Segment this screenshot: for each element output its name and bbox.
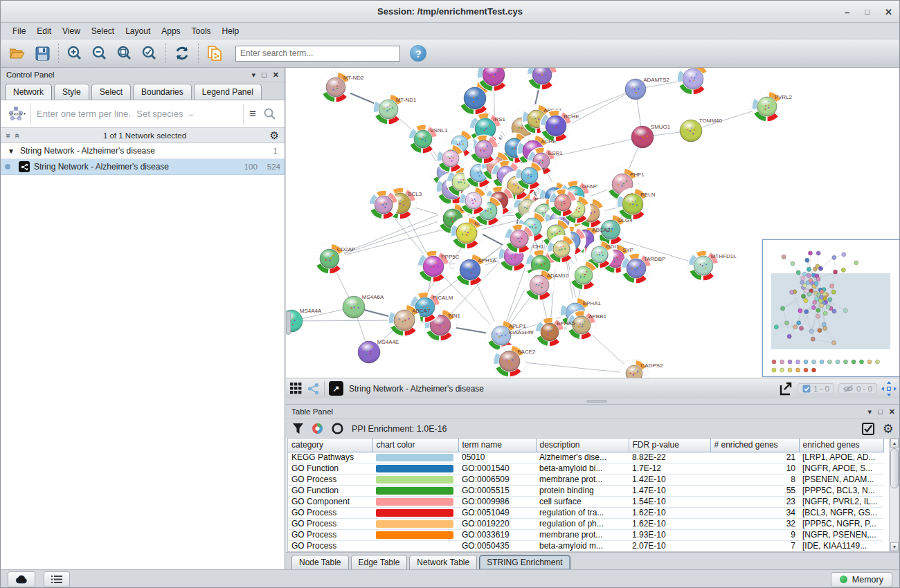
scroll-down-arrow[interactable]: ▼ [890,542,899,551]
node-ppp5c[interactable]: PPP5C [417,250,460,283]
tab-network[interactable]: Network [5,84,52,100]
node[interactable] [437,145,465,173]
node-tardbp[interactable]: TARDBP [621,253,666,284]
grid-mode-icon[interactable] [290,383,302,394]
clone-network-button[interactable] [202,42,227,65]
enrichment-settings-gear-icon[interactable]: ⚙ [883,421,894,436]
node-mt-nd1[interactable]: MT-ND1 [373,94,417,125]
apply-layout-button[interactable] [170,42,195,65]
column-header[interactable]: # enriched genes [710,439,799,452]
node-adamts2[interactable]: ADAMTS2 [625,77,670,100]
filter-icon[interactable] [293,423,303,434]
cloud-tasks-button[interactable] [8,571,35,587]
zoom-selected-button[interactable] [137,42,162,65]
string-options-icon[interactable]: ≡ [249,107,256,121]
tab-select[interactable]: Select [91,84,131,100]
node-cd2ap[interactable]: CD2AP [314,244,356,275]
help-button[interactable]: ? [410,45,426,62]
node[interactable] [469,135,499,165]
scroll-up-arrow[interactable]: ▲ [890,439,899,448]
zoom-fit-button[interactable] [112,42,137,65]
string-protein-query-selector[interactable]: STRING [3,103,31,125]
tab-style[interactable]: Style [54,84,89,100]
node-bace2[interactable]: BACE2 [494,345,537,378]
pan-compass-icon[interactable] [881,381,897,396]
panel-splitter-grip[interactable] [286,311,291,335]
enrichment-chart-icon[interactable] [312,423,323,434]
node-reln[interactable]: RELN [617,188,656,221]
table-row[interactable]: GO FunctionGO:0001540beta-amyloid bi...1… [288,463,883,474]
scroll-thumb[interactable] [890,448,899,488]
column-header[interactable]: FDR p-value [629,439,710,452]
minimize-button[interactable]: – [845,7,849,17]
network-panel-gear-icon[interactable]: ⚙ [270,129,279,142]
detach-view-button[interactable]: ↗ [329,381,343,396]
network-collection-row[interactable]: ▼ String Network - Alzheimer's disease 1 [1,143,285,159]
node-cadps2[interactable]: CADPS2 [620,360,664,378]
zoom-in-button[interactable] [62,42,87,65]
panel-close-icon[interactable]: ✕ [273,71,279,80]
menu-tools[interactable]: Tools [187,24,216,38]
menu-view[interactable]: View [57,24,85,38]
network-canvas[interactable]: MT-ND2MT-ND1VSNL1GAB2ADAMTS2SMUG1TOMM40P… [286,68,900,378]
column-header[interactable]: term name [458,439,536,452]
node-aph1a[interactable]: APH1A [454,254,497,286]
node-bche[interactable]: BCHE [540,110,579,143]
node-ms4a4a[interactable]: MS4A4A [286,308,322,332]
table-row[interactable]: GO ProcessGO:0033619membrane prot...1.93… [288,529,883,540]
tab-edge-table[interactable]: Edge Table [351,555,408,569]
memory-button[interactable]: Memory [831,572,892,587]
table-row[interactable]: GO ProcessGO:0006509membrane prot...1.42… [288,474,883,485]
collapse-triangle-icon[interactable]: ▼ [8,147,15,155]
node[interactable] [569,261,599,291]
save-session-button[interactable] [30,42,55,65]
node-pvrl2[interactable]: PVRL2 [752,91,793,122]
table-row[interactable]: GO ComponentGO:0009986cell surface1.54E-… [288,496,883,507]
node[interactable] [549,189,577,217]
table-row[interactable]: GO ProcessGO:0019220regulation of ph...1… [288,518,883,529]
panel-float-icon[interactable]: □ [878,407,883,416]
table-row[interactable]: KEGG Pathways05010Alzheimer's dise...8.8… [288,452,883,463]
node-tomm40[interactable]: TOMM40 [680,118,723,142]
column-header[interactable]: enriched genes [799,439,883,452]
tab-legend-panel[interactable]: Legend Panel [194,84,262,100]
birdseye-overview[interactable] [762,239,900,377]
search-input[interactable] [235,46,400,62]
close-button[interactable]: ✕ [885,7,892,17]
tab-network-table[interactable]: Network Table [409,555,477,569]
string-search-icon[interactable] [263,107,276,120]
network-row-selected[interactable]: String Network - Alzheimer's disease 100… [1,159,285,175]
menu-help[interactable]: Help [217,24,244,38]
column-header[interactable]: category [288,439,372,452]
export-network-icon[interactable] [778,381,793,396]
tab-string-enrichment[interactable]: STRING Enrichment [479,555,570,569]
node[interactable] [505,224,534,254]
table-scrollbar[interactable]: ▲ ▼ [889,439,899,551]
select-all-icon[interactable] [862,423,874,435]
tab-node-table[interactable]: Node Table [291,555,349,569]
menu-file[interactable]: File [8,24,30,38]
panel-float-icon[interactable]: □ [262,71,267,79]
task-history-button[interactable] [44,571,70,587]
collapse-all-icon[interactable]: « [12,133,22,138]
node-smug1[interactable]: SMUG1 [631,124,671,148]
panel-menu-icon[interactable]: ▾ [868,407,872,416]
menu-edit[interactable]: Edit [32,24,56,38]
table-row[interactable]: GO ProcessGO:0051049regulation of tra...… [288,507,883,518]
node[interactable] [460,187,488,215]
splitter-grip[interactable] [586,400,607,403]
maximize-button[interactable]: □ [865,8,870,16]
ring-chart-icon[interactable] [332,423,343,434]
column-header[interactable]: description [536,439,629,452]
node[interactable] [527,68,558,91]
node[interactable] [369,190,399,220]
node-ms4a4e[interactable]: MS4A4E [358,339,399,363]
menu-layout[interactable]: Layout [120,24,155,38]
menu-select[interactable]: Select [87,24,119,38]
panel-menu-icon[interactable]: ▾ [252,71,256,80]
table-row[interactable]: GO ProcessGO:0050435beta-amyloid m...2.0… [288,540,883,551]
expand-all-icon[interactable]: » [3,133,13,138]
column-header[interactable]: chart color [372,439,458,452]
panel-close-icon[interactable]: ✕ [889,407,895,416]
zoom-out-button[interactable] [87,42,112,65]
